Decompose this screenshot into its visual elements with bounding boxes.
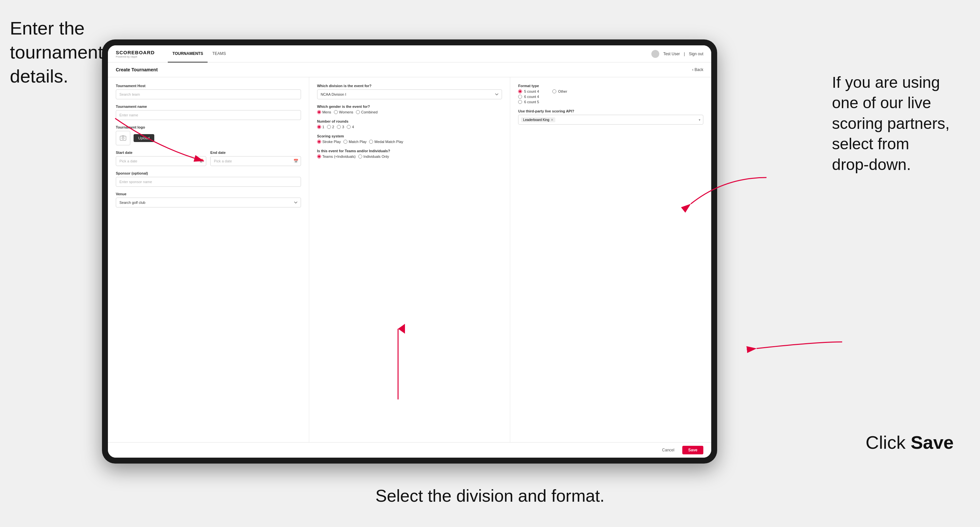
gender-womens-label: Womens	[339, 110, 353, 114]
nav-right: Test User | Sign out	[651, 50, 703, 58]
venue-label: Venue	[116, 192, 301, 196]
logo-label: Tournament logo	[116, 125, 301, 129]
division-group: Which division is the event for? NCAA Di…	[317, 84, 502, 99]
upload-button[interactable]: Upload	[134, 134, 154, 142]
brand-title: SCOREBOARD	[116, 50, 154, 55]
rounds-4-radio[interactable]	[347, 125, 351, 129]
end-date-wrap: 📅	[210, 156, 301, 166]
page-title: Create Tournament	[116, 67, 158, 72]
annotation-topleft: Enter thetournamentdetails.	[10, 16, 103, 88]
format-6count5-radio[interactable]	[518, 100, 522, 104]
sponsor-group: Sponsor (optional)	[116, 171, 301, 187]
form-col3: Format type 5 count 4 6 count 4	[510, 77, 711, 442]
nav-teams[interactable]: TEAMS	[208, 45, 230, 62]
sponsor-input[interactable]	[116, 177, 301, 187]
team-teams-radio[interactable]	[317, 154, 321, 159]
rounds-2-radio[interactable]	[327, 125, 331, 129]
format-6count4[interactable]: 6 count 4	[518, 95, 539, 98]
signout-link[interactable]: Sign out	[689, 52, 703, 56]
nav-tournaments[interactable]: TOURNAMENTS	[168, 45, 208, 62]
format-6count4-label: 6 count 4	[524, 95, 539, 98]
team-label: Is this event for Teams and/or Individua…	[317, 149, 502, 153]
format-5count4-radio[interactable]	[518, 89, 522, 94]
gender-mens[interactable]: Mens	[317, 110, 331, 114]
scoring-stroke[interactable]: Stroke Play	[317, 140, 341, 144]
division-select[interactable]: NCAA Division I NCAA Division II NCAA Di…	[317, 89, 502, 99]
format-6count5[interactable]: 6 count 5	[518, 100, 539, 104]
cancel-button[interactable]: Cancel	[658, 446, 679, 454]
main-body: Create Tournament ‹ Back Tournament Host…	[108, 62, 711, 458]
format-other[interactable]: Other	[552, 89, 568, 94]
division-label: Which division is the event for?	[317, 84, 502, 88]
rounds-3[interactable]: 3	[337, 125, 344, 129]
format-5count4-label: 5 count 4	[524, 89, 539, 94]
gender-group: Which gender is the event for? Mens Wome…	[317, 105, 502, 114]
live-scoring-input-wrap[interactable]: Leaderboard King ✕ ▾	[518, 115, 703, 125]
gender-mens-label: Mens	[322, 110, 331, 114]
nav-links: TOURNAMENTS TEAMS	[168, 45, 230, 62]
format-6count4-radio[interactable]	[518, 95, 522, 98]
user-name: Test User	[663, 52, 680, 56]
team-group: Is this event for Teams and/or Individua…	[317, 149, 502, 159]
logo-group: Tournament logo Upload	[116, 125, 301, 145]
start-date-input[interactable]	[116, 156, 206, 166]
annotation-bottomright: Click Save	[865, 431, 954, 455]
name-label: Tournament name	[116, 105, 301, 108]
format-col-right: Other	[552, 89, 568, 104]
format-5count4[interactable]: 5 count 4	[518, 89, 539, 94]
name-input[interactable]	[116, 110, 301, 120]
dropdown-chevron: ▾	[699, 118, 700, 122]
tablet-screen: SCOREBOARD Powered by clippit TOURNAMENT…	[108, 45, 711, 458]
live-scoring-label: Use third-party live scoring API?	[518, 109, 703, 113]
format-col-left: 5 count 4 6 count 4 6 count 5	[518, 89, 539, 104]
form-col1: Tournament Host Tournament name Tourname…	[108, 77, 309, 442]
rounds-3-radio[interactable]	[337, 125, 341, 129]
gender-womens[interactable]: Womens	[334, 110, 353, 114]
start-date-group: Start date 📅	[116, 151, 206, 166]
rounds-group: Number of rounds 1 2	[317, 119, 502, 129]
team-teams[interactable]: Teams (+Individuals)	[317, 154, 356, 159]
rounds-2[interactable]: 2	[327, 125, 334, 129]
host-input[interactable]	[116, 89, 301, 99]
gender-label: Which gender is the event for?	[317, 105, 502, 108]
rounds-4[interactable]: 4	[347, 125, 354, 129]
team-individuals-radio[interactable]	[358, 154, 362, 159]
scoring-stroke-radio[interactable]	[317, 140, 321, 144]
brand-subtitle: Powered by clippit	[116, 55, 154, 58]
scoring-match-radio[interactable]	[344, 140, 347, 144]
tournament-host-group: Tournament Host	[116, 84, 301, 99]
rounds-radio-group: 1 2 3 4	[317, 125, 502, 129]
tag-close-icon[interactable]: ✕	[551, 118, 553, 122]
team-individuals[interactable]: Individuals Only	[358, 154, 389, 159]
rounds-1[interactable]: 1	[317, 125, 325, 129]
rounds-4-label: 4	[352, 125, 354, 129]
venue-group: Venue Search golf club	[116, 192, 301, 208]
end-date-label: End date	[210, 151, 301, 154]
dates-row: Start date 📅 End date 📅	[116, 151, 301, 171]
scoring-stroke-label: Stroke Play	[322, 140, 341, 144]
page-header: Create Tournament ‹ Back	[108, 62, 711, 77]
start-date-label: Start date	[116, 151, 206, 154]
live-scoring-tag: Leaderboard King ✕	[521, 117, 555, 122]
form-col2: Which division is the event for? NCAA Di…	[309, 77, 511, 442]
rounds-1-radio[interactable]	[317, 125, 321, 129]
annotation-bottom: Select the division and format.	[375, 485, 605, 507]
end-date-input[interactable]	[210, 156, 301, 166]
gender-womens-radio[interactable]	[334, 110, 338, 114]
gender-combined[interactable]: Combined	[356, 110, 378, 114]
gender-mens-radio[interactable]	[317, 110, 321, 114]
live-scoring-group: Use third-party live scoring API? Leader…	[518, 109, 703, 125]
venue-select[interactable]: Search golf club	[116, 198, 301, 208]
signout-separator: |	[684, 52, 685, 56]
scoring-medal[interactable]: Medal Match Play	[369, 140, 403, 144]
format-label: Format type	[518, 84, 703, 88]
format-6count5-label: 6 count 5	[524, 100, 539, 104]
format-other-label: Other	[558, 89, 568, 94]
format-group: Format type 5 count 4 6 count 4	[518, 84, 703, 104]
scoring-medal-radio[interactable]	[369, 140, 373, 144]
scoring-match[interactable]: Match Play	[344, 140, 366, 144]
format-other-radio[interactable]	[552, 89, 556, 94]
save-button[interactable]: Save	[682, 446, 703, 454]
gender-combined-radio[interactable]	[356, 110, 360, 114]
back-link[interactable]: ‹ Back	[692, 67, 703, 72]
